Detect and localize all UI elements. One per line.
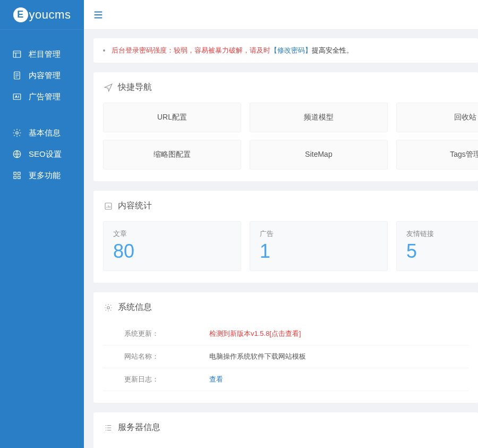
sidebar-item-label: 基本信息 xyxy=(29,128,61,138)
stat-ads: 广告 1 xyxy=(250,221,388,271)
grid-icon xyxy=(12,170,22,181)
quicknav-url-config[interactable]: URL配置 xyxy=(103,103,241,132)
sidebar-item-label: 更多功能 xyxy=(29,171,61,181)
stat-links: 友情链接 5 xyxy=(396,221,478,271)
sidebar-item-label: 内容管理 xyxy=(29,71,61,81)
info-value: 电脑操作系统软件下载网站模板 xyxy=(209,352,306,361)
ad-icon xyxy=(12,91,22,102)
svg-rect-6 xyxy=(18,172,21,175)
gear-icon xyxy=(12,128,22,138)
send-icon xyxy=(103,82,114,93)
svg-rect-8 xyxy=(18,176,21,179)
panel-title: 快捷导航 xyxy=(118,82,152,93)
info-label: 网站名称： xyxy=(124,352,209,361)
sidebar-nav: 栏目管理 内容管理 广告管理 基本信息 SEO设置 xyxy=(0,30,84,186)
stat-label: 文章 xyxy=(113,229,231,239)
topbar xyxy=(84,0,478,30)
sysinfo-row-update: 系统更新： 检测到新版本v1.5.8[点击查看] xyxy=(103,323,468,345)
panel-title: 内容统计 xyxy=(118,200,152,212)
menu-toggle-icon[interactable] xyxy=(92,9,104,21)
change-password-link[interactable]: 【修改密码】 xyxy=(270,46,312,55)
password-alert: 后台登录密码强度：较弱，容易被暴力破解，请及时 【修改密码】 提高安全性。 xyxy=(93,38,478,63)
file-icon xyxy=(12,70,22,81)
chart-icon xyxy=(103,201,114,212)
stats-panel: 内容统计 文章 80 广告 1 友情链接 5 xyxy=(93,191,478,283)
alert-suffix: 提高安全性。 xyxy=(312,46,353,55)
quicknav-thumb-config[interactable]: 缩略图配置 xyxy=(103,140,241,170)
globe-icon xyxy=(12,149,22,159)
brand-logo-mark: E xyxy=(13,7,28,22)
panel-title: 服务器信息 xyxy=(118,422,160,433)
panel-title: 系统信息 xyxy=(118,302,152,313)
columns-icon xyxy=(12,49,22,60)
sidebar-item-seo[interactable]: SEO设置 xyxy=(0,143,84,165)
sidebar-item-basic[interactable]: 基本信息 xyxy=(0,122,84,143)
svg-point-3 xyxy=(16,132,19,134)
changelog-link[interactable]: 查看 xyxy=(209,375,223,384)
serverinfo-row-os: 服务器系统： WINNT xyxy=(103,443,468,448)
info-label: 更新日志： xyxy=(124,375,209,384)
content-area: 后台登录密码强度：较弱，容易被暴力破解，请及时 【修改密码】 提高安全性。 快捷… xyxy=(84,30,478,448)
main: 后台登录密码强度：较弱，容易被暴力破解，请及时 【修改密码】 提高安全性。 快捷… xyxy=(84,0,478,448)
quicknav-channel-model[interactable]: 频道模型 xyxy=(250,103,388,132)
svg-rect-7 xyxy=(14,176,16,179)
stat-label: 友情链接 xyxy=(406,229,478,239)
svg-point-10 xyxy=(107,306,110,309)
sidebar-item-label: 广告管理 xyxy=(29,92,61,102)
stat-label: 广告 xyxy=(260,229,378,239)
gear-icon xyxy=(103,302,114,313)
quicknav-recycle[interactable]: 回收站 xyxy=(396,103,478,132)
serverinfo-panel: 服务器信息 服务器系统： WINNT 服务器环境： apache xyxy=(93,412,478,448)
sidebar-item-ad[interactable]: 广告管理 xyxy=(0,86,84,107)
quicknav-sitemap[interactable]: SiteMap xyxy=(250,140,388,170)
sidebar-item-label: 栏目管理 xyxy=(29,49,61,60)
sysinfo-panel: 系统信息 系统更新： 检测到新版本v1.5.8[点击查看] 网站名称： 电脑操作… xyxy=(93,292,478,403)
list-icon xyxy=(103,422,114,433)
brand-logo: Eyoucms xyxy=(0,0,84,30)
sysinfo-row-sitename: 网站名称： 电脑操作系统软件下载网站模板 xyxy=(103,345,468,368)
sidebar-item-label: SEO设置 xyxy=(29,149,62,159)
svg-rect-0 xyxy=(13,51,21,57)
sidebar-item-content[interactable]: 内容管理 xyxy=(0,65,84,86)
version-update-link[interactable]: 检测到新版本v1.5.8[点击查看] xyxy=(209,329,301,339)
alert-text: 后台登录密码强度：较弱，容易被暴力破解，请及时 xyxy=(112,46,270,55)
sidebar-item-more[interactable]: 更多功能 xyxy=(0,165,84,186)
stat-value: 5 xyxy=(406,242,478,261)
sidebar-item-columns[interactable]: 栏目管理 xyxy=(0,44,84,65)
sidebar: Eyoucms 栏目管理 内容管理 广告管理 xyxy=(0,0,84,448)
quicknav-tags[interactable]: Tags管理 xyxy=(396,140,478,170)
info-label: 系统更新： xyxy=(124,329,209,339)
stat-articles: 文章 80 xyxy=(103,221,241,271)
quicknav-panel: 快捷导航 URL配置 频道模型 回收站 缩略图配置 SiteMap Tags管理 xyxy=(93,72,478,181)
stat-value: 80 xyxy=(113,242,231,261)
brand-logo-text: youcms xyxy=(29,8,71,22)
svg-rect-5 xyxy=(14,172,16,175)
bullet-icon xyxy=(103,49,105,52)
sysinfo-row-changelog: 更新日志： 查看 xyxy=(103,368,468,391)
stat-value: 1 xyxy=(260,242,378,261)
